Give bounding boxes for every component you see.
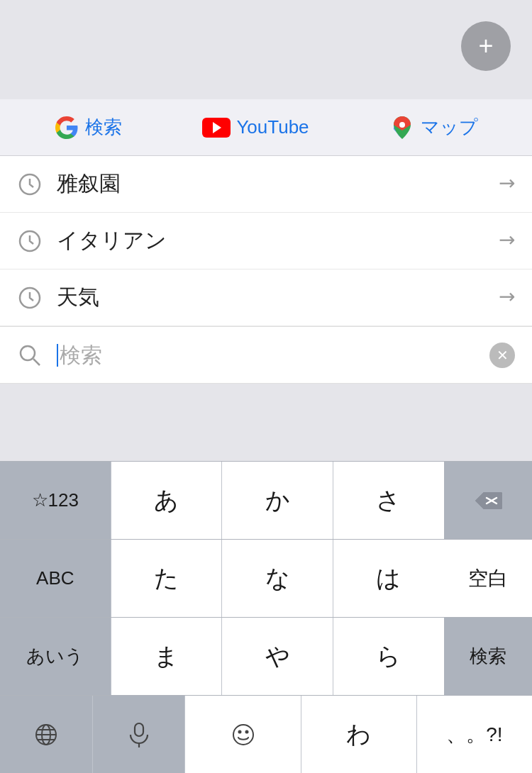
key-ra-label: ら bbox=[376, 640, 401, 673]
history-item-1[interactable]: 雅叙園 ↙ bbox=[0, 156, 532, 213]
youtube-play-icon bbox=[213, 122, 221, 133]
aiu-label: あいう bbox=[26, 644, 84, 669]
key-punct-label: 、。?! bbox=[446, 721, 502, 748]
key-search-action[interactable]: 検索 bbox=[444, 618, 533, 695]
symbol-numbers-label: ☆123 bbox=[32, 489, 79, 511]
keyboard-rows: ☆123 あ か さ ABC bbox=[0, 461, 532, 773]
key-delete[interactable] bbox=[444, 462, 533, 539]
key-na-label: な bbox=[265, 562, 290, 595]
key-punct[interactable]: 、。?! bbox=[417, 696, 532, 773]
history-text-1: 雅叙園 bbox=[57, 169, 499, 199]
history-item-3[interactable]: 天気 ↙ bbox=[0, 269, 532, 326]
gap-area bbox=[0, 384, 532, 440]
space-label: 空白 bbox=[468, 565, 508, 592]
key-wa-label: わ bbox=[346, 718, 371, 751]
svg-rect-13 bbox=[135, 723, 143, 736]
key-ya-label: や bbox=[265, 640, 290, 673]
key-a-label: あ bbox=[154, 484, 179, 517]
clock-icon-1 bbox=[17, 172, 43, 197]
keyboard-row-1: ☆123 あ か さ bbox=[0, 461, 532, 539]
clear-button[interactable]: ✕ bbox=[489, 343, 515, 368]
key-ya[interactable]: や bbox=[222, 618, 333, 695]
quick-link-google[interactable]: 検索 bbox=[54, 115, 122, 140]
maps-label: マップ bbox=[421, 115, 478, 140]
keyboard-row-2: ABC た な は 空白 bbox=[0, 539, 532, 617]
key-aiu[interactable]: あいう bbox=[0, 618, 111, 695]
history-item-2[interactable]: イタリアン ↙ bbox=[0, 213, 532, 269]
search-input[interactable] bbox=[60, 343, 489, 367]
key-abc[interactable]: ABC bbox=[0, 540, 111, 617]
keyboard-bottom-row: わ 、。?! bbox=[0, 695, 532, 773]
key-mic[interactable] bbox=[93, 696, 186, 773]
search-input-row: ✕ bbox=[0, 326, 532, 383]
key-emoji[interactable] bbox=[185, 696, 301, 773]
google-icon bbox=[54, 115, 79, 140]
svg-line-5 bbox=[33, 359, 40, 365]
search-magnifier-icon bbox=[17, 343, 43, 368]
youtube-label: YouTube bbox=[236, 116, 309, 138]
svg-point-4 bbox=[21, 346, 35, 360]
history-text-3: 天気 bbox=[57, 283, 499, 312]
key-na[interactable]: な bbox=[222, 540, 333, 617]
plus-icon: + bbox=[478, 33, 493, 59]
key-ka[interactable]: か bbox=[222, 462, 333, 539]
quick-link-youtube[interactable]: YouTube bbox=[202, 116, 309, 138]
key-a[interactable]: あ bbox=[111, 462, 223, 539]
history-text-2: イタリアン bbox=[57, 226, 499, 255]
youtube-icon bbox=[202, 118, 231, 138]
clock-icon-3 bbox=[17, 285, 43, 311]
key-ra[interactable]: ら bbox=[333, 618, 444, 695]
key-globe[interactable] bbox=[0, 696, 93, 773]
quick-link-maps[interactable]: マップ bbox=[389, 115, 478, 140]
key-ma-label: ま bbox=[154, 640, 179, 673]
svg-point-16 bbox=[238, 730, 240, 733]
key-ta-label: た bbox=[154, 562, 179, 595]
svg-point-17 bbox=[245, 730, 248, 733]
globe-icon bbox=[33, 722, 59, 747]
svg-point-0 bbox=[399, 122, 405, 128]
key-sa-label: さ bbox=[376, 484, 401, 517]
google-label: 検索 bbox=[85, 115, 122, 140]
key-ta[interactable]: た bbox=[111, 540, 223, 617]
emoji-icon bbox=[231, 722, 256, 747]
key-wa[interactable]: わ bbox=[301, 696, 417, 773]
search-action-label: 検索 bbox=[470, 644, 506, 669]
search-input-wrapper bbox=[57, 343, 489, 367]
maps-icon bbox=[389, 115, 415, 140]
quick-links-bar: 検索 YouTube マップ bbox=[0, 99, 532, 156]
key-ha[interactable]: は bbox=[333, 540, 444, 617]
mic-icon bbox=[128, 722, 150, 747]
delete-icon bbox=[472, 489, 504, 512]
search-dropdown: 雅叙園 ↙ イタリアン ↙ 天気 ↙ ✕ bbox=[0, 156, 532, 384]
keyboard-row-3: あいう ま や ら 検索 bbox=[0, 617, 532, 695]
key-space[interactable]: 空白 bbox=[444, 540, 533, 617]
keyboard: ☆123 あ か さ ABC bbox=[0, 461, 532, 773]
add-button[interactable]: + bbox=[461, 21, 511, 71]
svg-point-15 bbox=[233, 725, 253, 745]
top-area: + bbox=[0, 0, 532, 99]
key-ha-label: は bbox=[376, 562, 401, 595]
text-cursor bbox=[57, 344, 58, 367]
key-ma[interactable]: ま bbox=[111, 618, 223, 695]
clock-icon-2 bbox=[17, 228, 43, 254]
key-symbol-numbers[interactable]: ☆123 bbox=[0, 462, 111, 539]
abc-label: ABC bbox=[36, 567, 74, 589]
key-sa[interactable]: さ bbox=[333, 462, 444, 539]
key-ka-label: か bbox=[265, 484, 290, 517]
